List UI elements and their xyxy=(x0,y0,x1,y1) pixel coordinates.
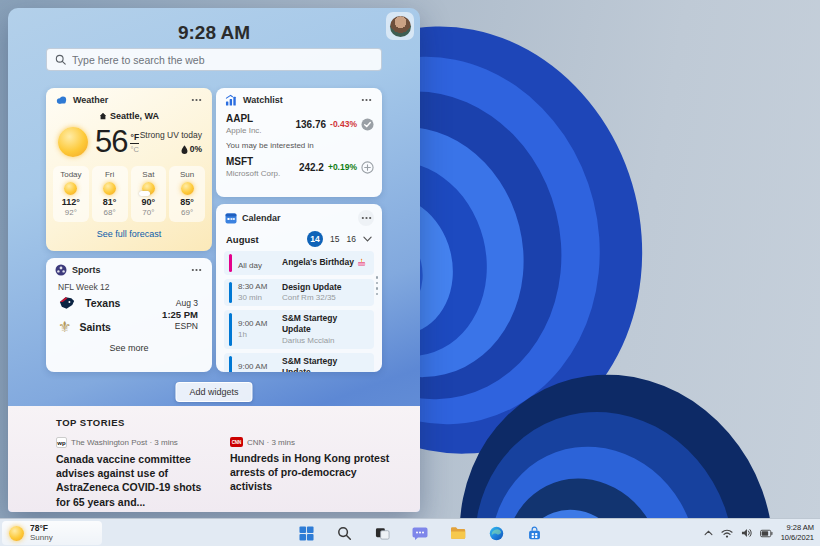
chevron-up-icon[interactable] xyxy=(704,530,713,536)
unit-fahrenheit-toggle[interactable]: °F xyxy=(130,132,139,144)
weather-condition: Strong UV today xyxy=(140,130,202,140)
forecast-day[interactable]: Today 112° 92° xyxy=(53,166,89,222)
search-icon[interactable] xyxy=(331,521,357,545)
see-more-link[interactable]: See more xyxy=(46,343,212,353)
sports-ball-icon xyxy=(55,264,67,276)
weather-widget: Weather Seattle, WA 56 °F °C Str xyxy=(46,88,212,251)
calendar-menu-button[interactable] xyxy=(358,210,374,226)
chevron-down-icon[interactable] xyxy=(363,236,372,242)
stock-row-msft[interactable]: MSFT Microsoft Corp. 242.2 +0.19% xyxy=(216,153,382,180)
droplet-icon xyxy=(181,145,188,154)
stories-heading: TOP STORIES xyxy=(56,417,386,428)
calendar-date-16[interactable]: 16 xyxy=(347,234,356,244)
web-search-bar[interactable] xyxy=(46,48,382,71)
weather-cloud-icon xyxy=(55,95,68,105)
cnn-logo: CNN xyxy=(230,437,243,447)
forecast-day[interactable]: Sun 85° 69° xyxy=(169,166,205,222)
watchlist-widget: Watchlist AAPL Apple Inc. 136.76 -0.43% xyxy=(216,88,382,197)
event-color-bar xyxy=(229,313,232,345)
store-icon[interactable] xyxy=(521,521,547,545)
widgets-taskbar-button[interactable]: 78°F Sunny xyxy=(2,521,102,545)
sunny-icon xyxy=(9,526,24,541)
sunny-icon xyxy=(58,127,88,157)
taskbar-condition: Sunny xyxy=(30,533,53,543)
calendar-widget: Calendar August 14 15 16 All day Angela'… xyxy=(216,204,382,372)
interest-label: You may be interested in xyxy=(216,137,382,153)
weather-menu-button[interactable] xyxy=(188,94,204,106)
system-tray: 9:28 AM 10/6/2021 xyxy=(704,519,814,546)
weather-current: 56 °F °C Strong UV today 0% xyxy=(46,121,212,160)
precip-value: 0% xyxy=(190,144,202,154)
add-circle-icon[interactable] xyxy=(361,161,374,174)
search-icon xyxy=(55,54,66,65)
widgets-panel: 9:28 AM Weather xyxy=(8,8,420,512)
sunny-icon xyxy=(181,182,194,195)
weather-title: Weather xyxy=(73,95,183,105)
calendar-scroll-indicator[interactable] xyxy=(376,276,379,295)
edge-icon[interactable] xyxy=(483,521,509,545)
see-full-forecast-link[interactable]: See full forecast xyxy=(46,229,212,239)
watchlist-chart-icon xyxy=(225,94,238,106)
check-circle-icon[interactable] xyxy=(361,118,374,131)
screen: 9:28 AM Weather xyxy=(0,0,820,546)
event-color-bar xyxy=(229,356,232,372)
add-widgets-button[interactable]: Add widgets xyxy=(175,382,252,402)
file-explorer-icon[interactable] xyxy=(445,521,471,545)
forecast-row: Today 112° 92° Fri 81° 68° Sat 90° 70° xyxy=(46,160,212,222)
forecast-day[interactable]: Fri 81° 68° xyxy=(92,166,128,222)
chat-icon[interactable] xyxy=(407,521,433,545)
calendar-date-14[interactable]: 14 xyxy=(307,231,323,247)
watchlist-title: Watchlist xyxy=(243,95,353,105)
taskbar-temp: 78°F xyxy=(30,523,53,533)
calendar-event[interactable]: 9:00 AM 1h S&M Startegy Update Darius Mc… xyxy=(224,310,374,348)
taskbar-date: 10/6/2021 xyxy=(781,533,814,543)
calendar-event[interactable]: All day Angela's Birthday xyxy=(224,251,374,275)
calendar-event[interactable]: 9:00 AM 1h S&M Startegy Update Darius Mc… xyxy=(224,353,374,372)
calendar-event[interactable]: 8:30 AM 30 min Design Update Conf Rm 32/… xyxy=(224,279,374,306)
watchlist-menu-button[interactable] xyxy=(358,94,374,106)
weather-location: Seattle, WA xyxy=(110,111,159,121)
league-label: NFL Week 12 xyxy=(46,280,212,296)
avatar xyxy=(390,16,411,37)
calendar-title: Calendar xyxy=(242,213,353,223)
current-temp: 56 xyxy=(95,124,127,160)
calendar-month: August xyxy=(226,234,300,245)
task-view-icon[interactable] xyxy=(369,521,395,545)
forecast-day[interactable]: Sat 90° 70° xyxy=(131,166,167,222)
top-stories-section: TOP STORIES wp The Washington Post · 3 m… xyxy=(8,406,420,512)
taskbar-app-icons xyxy=(293,519,547,546)
event-color-bar xyxy=(229,282,232,303)
sports-title: Sports xyxy=(72,265,183,275)
weather-location-row[interactable]: Seattle, WA xyxy=(46,111,212,121)
event-color-bar xyxy=(229,254,232,272)
wifi-icon[interactable] xyxy=(721,529,733,538)
taskbar-time: 9:28 AM xyxy=(781,523,814,533)
profile-button[interactable] xyxy=(386,12,414,40)
search-input[interactable] xyxy=(72,54,373,66)
volume-icon[interactable] xyxy=(741,528,752,538)
partly-cloudy-icon xyxy=(142,182,155,195)
taskbar: 78°F Sunny xyxy=(0,518,820,546)
panel-clock: 9:28 AM xyxy=(8,22,420,44)
calendar-icon xyxy=(225,212,237,224)
taskbar-clock[interactable]: 9:28 AM 10/6/2021 xyxy=(781,523,814,543)
battery-icon[interactable] xyxy=(760,529,773,538)
story-item[interactable]: CNN CNN · 3 mins Hundreds in Hong Kong p… xyxy=(230,437,390,509)
stock-row-aapl[interactable]: AAPL Apple Inc. 136.76 -0.43% xyxy=(216,110,382,137)
washington-post-logo: wp xyxy=(56,437,67,448)
sunny-icon xyxy=(64,182,77,195)
story-item[interactable]: wp The Washington Post · 3 mins Canada v… xyxy=(56,437,216,509)
sports-widget: Sports NFL Week 12 Texans ⚜ Saint xyxy=(46,258,212,372)
texans-logo xyxy=(58,296,77,310)
sunny-icon xyxy=(103,182,116,195)
saints-logo: ⚜ xyxy=(58,319,71,334)
cake-icon xyxy=(357,258,366,267)
game-info: Aug 3 1:25 PM ESPN xyxy=(162,298,198,331)
calendar-date-15[interactable]: 15 xyxy=(330,234,339,244)
location-home-icon xyxy=(99,112,107,120)
unit-celsius-toggle[interactable]: °C xyxy=(130,145,139,154)
start-icon[interactable] xyxy=(293,521,319,545)
sports-menu-button[interactable] xyxy=(188,264,204,276)
